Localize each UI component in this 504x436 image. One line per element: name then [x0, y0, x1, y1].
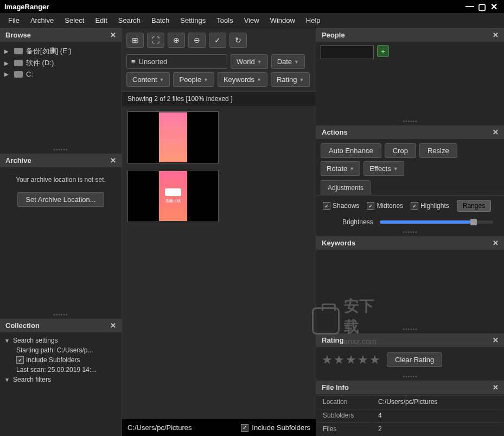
set-archive-button[interactable]: Set Archive Location...	[17, 192, 104, 207]
rotate-button[interactable]: Rotate▼	[321, 161, 360, 176]
footer-bar: C:/Users/pc/Pictures Include Subfolders	[122, 419, 316, 436]
grip-handle[interactable]: ••••••	[316, 325, 504, 333]
keywords-filter-button[interactable]: Keywords▼	[218, 72, 267, 87]
drive-item[interactable]: ▶ C:	[4, 69, 117, 79]
midtones-checkbox[interactable]: Midtones	[367, 202, 403, 210]
sort-selector[interactable]: ≡ Unsorted	[126, 54, 227, 69]
drive-item[interactable]: ▶ 软件 (D:)	[4, 57, 117, 69]
brightness-slider[interactable]	[380, 220, 493, 224]
starting-path-item[interactable]: Starting path: C:/Users/p...	[4, 345, 117, 355]
date-filter-button[interactable]: Date▼	[271, 54, 305, 69]
star-icon[interactable]: ★	[322, 353, 333, 367]
actions-close-icon[interactable]: ✕	[493, 128, 499, 136]
maximize-button[interactable]: ▢	[476, 2, 488, 12]
content-filter-button[interactable]: Content▼	[126, 72, 170, 87]
chevron-right-icon: ▶	[4, 71, 11, 77]
grip-handle[interactable]: ••••••	[316, 117, 504, 125]
thumb-badge	[165, 188, 181, 196]
people-panel-header: People ✕	[316, 28, 504, 42]
menu-window[interactable]: Window	[265, 15, 300, 26]
minimize-button[interactable]: —	[464, 2, 476, 11]
people-title: People	[322, 31, 345, 39]
menu-search[interactable]: Search	[113, 15, 145, 26]
star-icon[interactable]: ★	[346, 353, 356, 367]
search-settings-item[interactable]: ▼ Search settings	[4, 336, 117, 345]
refresh-icon[interactable]: ↻	[229, 33, 247, 48]
menu-select[interactable]: Select	[60, 15, 89, 26]
app-title: ImageRanger	[4, 3, 49, 11]
fileinfo-panel-header: File Info ✕	[316, 381, 504, 394]
resize-button[interactable]: Resize	[419, 143, 457, 158]
archive-close-icon[interactable]: ✕	[110, 156, 116, 165]
rating-filter-button[interactable]: Rating▼	[271, 72, 310, 87]
archive-panel-header: Archive ✕	[0, 154, 122, 167]
fullscreen-icon[interactable]: ⛶	[147, 33, 164, 48]
actions-title: Actions	[322, 128, 348, 136]
people-input[interactable]	[321, 45, 374, 59]
drive-icon	[14, 48, 23, 54]
drive-icon	[14, 71, 23, 78]
list-icon: ≡	[131, 58, 136, 66]
star-icon[interactable]: ★	[369, 353, 380, 367]
archive-title: Archive	[5, 156, 31, 165]
collection-panel-header: Collection ✕	[0, 319, 122, 332]
menu-edit[interactable]: Edit	[90, 15, 112, 26]
grip-handle[interactable]: ••••••	[316, 228, 504, 236]
menu-file[interactable]: File	[3, 15, 24, 26]
check-icon[interactable]: ✓	[209, 33, 226, 48]
last-scan-item[interactable]: Last scan: 25.09.2019 14:...	[4, 365, 117, 375]
thumbnail[interactable]: 美颜上线	[127, 170, 219, 222]
browse-title: Browse	[5, 31, 31, 39]
adjustments-tab[interactable]: Adjustments	[321, 180, 371, 195]
search-filters-item[interactable]: ▼ Search filters	[4, 375, 117, 384]
shadows-checkbox[interactable]: Shadows	[323, 202, 359, 210]
star-icon[interactable]: ★	[358, 353, 368, 367]
menu-help[interactable]: Help	[301, 15, 326, 26]
world-filter-button[interactable]: World▼	[231, 54, 268, 69]
checkbox-icon[interactable]	[16, 356, 24, 364]
people-filter-button[interactable]: People▼	[173, 72, 214, 87]
auto-enhance-button[interactable]: Auto Enhance	[321, 143, 381, 158]
include-subfolders-label: Include Subfolders	[252, 424, 310, 432]
grip-handle[interactable]: ••••••	[0, 146, 122, 154]
include-subfolders-checkbox[interactable]	[241, 424, 248, 432]
keywords-close-icon[interactable]: ✕	[493, 239, 499, 247]
fileinfo-close-icon[interactable]: ✕	[493, 383, 499, 391]
ranges-button[interactable]: Ranges	[457, 200, 491, 212]
grip-handle[interactable]: ••••••	[0, 311, 122, 319]
menu-settings[interactable]: Settings	[175, 15, 210, 26]
crop-button[interactable]: Crop	[385, 143, 416, 158]
grid-view-icon[interactable]: ⊞	[126, 33, 144, 48]
browse-close-icon[interactable]: ✕	[110, 31, 116, 39]
menu-archive[interactable]: Archive	[25, 15, 59, 26]
drive-item[interactable]: ▶ 备份[勿删] (E:)	[4, 45, 117, 57]
chevron-right-icon: ▶	[4, 48, 11, 54]
table-row: LocationC:/Users/pc/Pictures	[317, 395, 503, 408]
clear-rating-button[interactable]: Clear Rating	[387, 352, 442, 367]
thumbnail[interactable]	[127, 111, 219, 163]
close-button[interactable]: ✕	[488, 2, 500, 12]
titlebar: ImageRanger — ▢ ✕	[0, 0, 504, 13]
people-close-icon[interactable]: ✕	[493, 31, 499, 39]
add-person-button[interactable]: +	[377, 45, 389, 57]
drive-label: 备份[勿删] (E:)	[26, 46, 72, 56]
menu-batch[interactable]: Batch	[146, 15, 174, 26]
table-row: Files2	[317, 422, 503, 435]
zoom-in-icon[interactable]: ⊕	[168, 33, 185, 48]
grip-handle[interactable]: ••••••	[316, 372, 504, 381]
highlights-checkbox[interactable]: Highlights	[411, 202, 449, 210]
include-subfolders-item[interactable]: Include Subfolders	[4, 355, 117, 365]
zoom-out-icon[interactable]: ⊖	[188, 33, 206, 48]
effects-button[interactable]: Effects▼	[363, 161, 404, 176]
keywords-title: Keywords	[322, 239, 355, 247]
collection-close-icon[interactable]: ✕	[110, 321, 116, 330]
table-row: Subfolders4	[317, 409, 503, 421]
rating-close-icon[interactable]: ✕	[493, 336, 499, 344]
browse-tree: ▶ 备份[勿删] (E:) ▶ 软件 (D:) ▶ C:	[0, 42, 122, 146]
actions-panel-header: Actions ✕	[316, 125, 504, 139]
status-text: Showing 2 of 2 files [100% indexed ]	[122, 92, 316, 106]
menu-tools[interactable]: Tools	[212, 15, 238, 26]
menu-view[interactable]: View	[239, 15, 264, 26]
keywords-panel-header: Keywords ✕	[316, 236, 504, 250]
star-icon[interactable]: ★	[334, 353, 344, 367]
